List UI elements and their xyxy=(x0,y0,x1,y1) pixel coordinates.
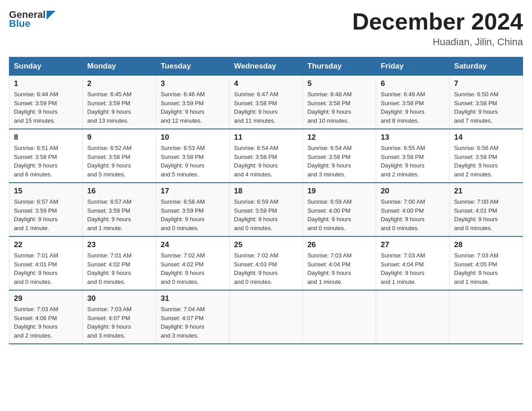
day-info: Sunrise: 6:45 AM Sunset: 3:59 PM Dayligh… xyxy=(87,90,151,125)
calendar-week-row: 1Sunrise: 6:44 AM Sunset: 3:59 PM Daylig… xyxy=(9,76,523,129)
day-number: 19 xyxy=(307,187,371,196)
day-info: Sunrise: 6:57 AM Sunset: 3:59 PM Dayligh… xyxy=(87,197,151,232)
day-info: Sunrise: 6:55 AM Sunset: 3:58 PM Dayligh… xyxy=(381,144,445,179)
calendar-cell: 21Sunrise: 7:00 AM Sunset: 4:01 PM Dayli… xyxy=(450,183,523,236)
calendar-cell xyxy=(303,290,376,344)
weekday-header-saturday: Saturday xyxy=(450,57,523,76)
day-info: Sunrise: 6:54 AM Sunset: 3:58 PM Dayligh… xyxy=(307,144,371,179)
calendar-cell: 25Sunrise: 7:02 AM Sunset: 4:03 PM Dayli… xyxy=(229,236,303,290)
day-info: Sunrise: 7:04 AM Sunset: 4:07 PM Dayligh… xyxy=(161,305,225,340)
calendar-cell xyxy=(376,290,450,344)
calendar-cell: 2Sunrise: 6:45 AM Sunset: 3:59 PM Daylig… xyxy=(82,76,156,129)
day-info: Sunrise: 6:44 AM Sunset: 3:59 PM Dayligh… xyxy=(14,90,78,125)
day-info: Sunrise: 6:51 AM Sunset: 3:58 PM Dayligh… xyxy=(14,144,78,179)
calendar-cell: 29Sunrise: 7:03 AM Sunset: 4:06 PM Dayli… xyxy=(9,290,83,344)
day-info: Sunrise: 7:02 AM Sunset: 4:03 PM Dayligh… xyxy=(234,251,298,286)
day-info: Sunrise: 6:54 AM Sunset: 3:58 PM Dayligh… xyxy=(234,144,298,179)
calendar-week-row: 29Sunrise: 7:03 AM Sunset: 4:06 PM Dayli… xyxy=(9,290,523,344)
day-info: Sunrise: 6:56 AM Sunset: 3:58 PM Dayligh… xyxy=(454,144,518,179)
calendar-cell xyxy=(450,290,523,344)
day-number: 24 xyxy=(161,240,225,249)
day-number: 17 xyxy=(161,187,225,196)
weekday-header-tuesday: Tuesday xyxy=(156,57,229,76)
day-number: 6 xyxy=(381,79,445,88)
day-info: Sunrise: 7:02 AM Sunset: 4:02 PM Dayligh… xyxy=(161,251,225,286)
day-info: Sunrise: 7:03 AM Sunset: 4:05 PM Dayligh… xyxy=(454,251,518,286)
day-number: 16 xyxy=(87,187,151,196)
calendar-cell: 3Sunrise: 6:46 AM Sunset: 3:59 PM Daylig… xyxy=(156,76,229,129)
calendar-cell: 6Sunrise: 6:49 AM Sunset: 3:58 PM Daylig… xyxy=(376,76,450,129)
calendar-week-row: 8Sunrise: 6:51 AM Sunset: 3:58 PM Daylig… xyxy=(9,129,523,183)
day-info: Sunrise: 6:49 AM Sunset: 3:58 PM Dayligh… xyxy=(381,90,445,125)
calendar-cell: 23Sunrise: 7:01 AM Sunset: 4:02 PM Dayli… xyxy=(82,236,156,290)
day-number: 12 xyxy=(307,133,371,142)
weekday-header-row: SundayMondayTuesdayWednesdayThursdayFrid… xyxy=(9,57,523,76)
calendar-cell: 27Sunrise: 7:03 AM Sunset: 4:04 PM Dayli… xyxy=(376,236,450,290)
calendar-week-row: 22Sunrise: 7:01 AM Sunset: 4:01 PM Dayli… xyxy=(9,236,523,290)
day-number: 30 xyxy=(87,294,151,303)
page-header: General Blue December 2024 Huadian, Jili… xyxy=(9,9,523,48)
calendar-cell: 28Sunrise: 7:03 AM Sunset: 4:05 PM Dayli… xyxy=(450,236,523,290)
calendar-cell: 26Sunrise: 7:03 AM Sunset: 4:04 PM Dayli… xyxy=(303,236,376,290)
logo: General Blue xyxy=(9,9,56,30)
calendar-title: December 2024 xyxy=(352,9,523,34)
day-number: 10 xyxy=(161,133,225,142)
day-info: Sunrise: 6:59 AM Sunset: 4:00 PM Dayligh… xyxy=(307,197,371,232)
calendar-cell: 31Sunrise: 7:04 AM Sunset: 4:07 PM Dayli… xyxy=(156,290,229,344)
day-info: Sunrise: 7:03 AM Sunset: 4:04 PM Dayligh… xyxy=(307,251,371,286)
day-info: Sunrise: 6:48 AM Sunset: 3:58 PM Dayligh… xyxy=(307,90,371,125)
day-info: Sunrise: 7:01 AM Sunset: 4:01 PM Dayligh… xyxy=(14,251,78,286)
calendar-cell: 24Sunrise: 7:02 AM Sunset: 4:02 PM Dayli… xyxy=(156,236,229,290)
day-info: Sunrise: 7:00 AM Sunset: 4:01 PM Dayligh… xyxy=(454,197,518,232)
calendar-cell: 10Sunrise: 6:53 AM Sunset: 3:58 PM Dayli… xyxy=(156,129,229,183)
day-number: 29 xyxy=(14,294,78,303)
calendar-cell: 30Sunrise: 7:03 AM Sunset: 4:07 PM Dayli… xyxy=(82,290,156,344)
weekday-header-thursday: Thursday xyxy=(303,57,376,76)
day-number: 22 xyxy=(14,240,78,249)
calendar-cell: 1Sunrise: 6:44 AM Sunset: 3:59 PM Daylig… xyxy=(9,76,83,129)
day-info: Sunrise: 6:57 AM Sunset: 3:59 PM Dayligh… xyxy=(14,197,78,232)
day-number: 28 xyxy=(454,240,518,249)
day-number: 18 xyxy=(234,187,298,196)
day-info: Sunrise: 6:46 AM Sunset: 3:59 PM Dayligh… xyxy=(161,90,225,125)
day-number: 11 xyxy=(234,133,298,142)
calendar-cell: 4Sunrise: 6:47 AM Sunset: 3:58 PM Daylig… xyxy=(229,76,303,129)
day-info: Sunrise: 7:01 AM Sunset: 4:02 PM Dayligh… xyxy=(87,251,151,286)
day-info: Sunrise: 6:53 AM Sunset: 3:58 PM Dayligh… xyxy=(161,144,225,179)
title-block: December 2024 Huadian, Jilin, China xyxy=(352,9,523,48)
calendar-cell: 22Sunrise: 7:01 AM Sunset: 4:01 PM Dayli… xyxy=(9,236,83,290)
calendar-cell: 18Sunrise: 6:59 AM Sunset: 3:59 PM Dayli… xyxy=(229,183,303,236)
day-number: 23 xyxy=(87,240,151,249)
day-number: 3 xyxy=(161,79,225,88)
day-number: 31 xyxy=(161,294,225,303)
calendar-cell: 12Sunrise: 6:54 AM Sunset: 3:58 PM Dayli… xyxy=(303,129,376,183)
calendar-cell: 15Sunrise: 6:57 AM Sunset: 3:59 PM Dayli… xyxy=(9,183,83,236)
day-number: 9 xyxy=(87,133,151,142)
day-number: 21 xyxy=(454,187,518,196)
day-info: Sunrise: 7:00 AM Sunset: 4:00 PM Dayligh… xyxy=(381,197,445,232)
calendar-cell: 13Sunrise: 6:55 AM Sunset: 3:58 PM Dayli… xyxy=(376,129,450,183)
calendar-cell: 5Sunrise: 6:48 AM Sunset: 3:58 PM Daylig… xyxy=(303,76,376,129)
day-number: 8 xyxy=(14,133,78,142)
day-number: 4 xyxy=(234,79,298,88)
day-info: Sunrise: 6:50 AM Sunset: 3:58 PM Dayligh… xyxy=(454,90,518,125)
day-number: 25 xyxy=(234,240,298,249)
day-info: Sunrise: 6:52 AM Sunset: 3:58 PM Dayligh… xyxy=(87,144,151,179)
logo-triangle-icon xyxy=(47,11,56,20)
day-info: Sunrise: 7:03 AM Sunset: 4:04 PM Dayligh… xyxy=(381,251,445,286)
svg-marker-0 xyxy=(47,11,56,20)
day-number: 7 xyxy=(454,79,518,88)
day-number: 2 xyxy=(87,79,151,88)
day-info: Sunrise: 7:03 AM Sunset: 4:07 PM Dayligh… xyxy=(87,305,151,340)
calendar-cell: 17Sunrise: 6:58 AM Sunset: 3:59 PM Dayli… xyxy=(156,183,229,236)
weekday-header-sunday: Sunday xyxy=(9,57,83,76)
calendar-cell: 7Sunrise: 6:50 AM Sunset: 3:58 PM Daylig… xyxy=(450,76,523,129)
weekday-header-friday: Friday xyxy=(376,57,450,76)
day-number: 14 xyxy=(454,133,518,142)
calendar-week-row: 15Sunrise: 6:57 AM Sunset: 3:59 PM Dayli… xyxy=(9,183,523,236)
day-number: 5 xyxy=(307,79,371,88)
day-info: Sunrise: 6:59 AM Sunset: 3:59 PM Dayligh… xyxy=(234,197,298,232)
weekday-header-wednesday: Wednesday xyxy=(229,57,303,76)
calendar-cell: 11Sunrise: 6:54 AM Sunset: 3:58 PM Dayli… xyxy=(229,129,303,183)
day-info: Sunrise: 6:58 AM Sunset: 3:59 PM Dayligh… xyxy=(161,197,225,232)
